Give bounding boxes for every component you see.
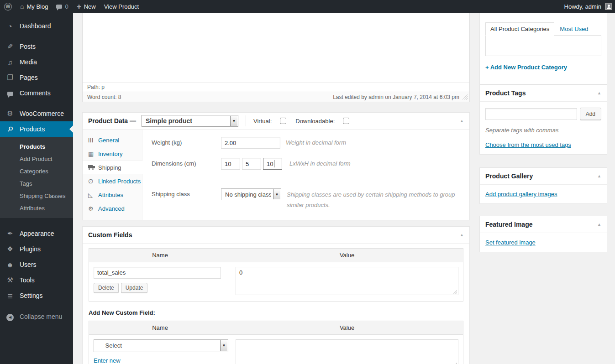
tab-advanced[interactable]: Advanced [83,202,142,215]
category-list-box[interactable] [485,35,601,56]
add-new-product-category-link[interactable]: + Add New Product Category [485,64,567,71]
submenu-item-products[interactable]: Products [0,140,73,153]
set-featured-image-link[interactable]: Set featured image [485,239,536,246]
sidebar-item-media[interactable]: Media [0,54,73,70]
content-editor: Path: p Word count: 8 Last edited by adm… [82,13,470,102]
submenu-item-tags[interactable]: Tags [0,177,73,190]
tab-label: Advanced [98,205,125,212]
custom-field-key-select[interactable]: — Select — ▼ [94,339,228,352]
panel-collapse-icon[interactable]: ▲ [597,174,601,178]
submenu-item-categories[interactable]: Categories [0,165,73,177]
downloadable-label: Downloadable: [295,118,335,125]
shipping-class-label: Shipping class [152,188,221,198]
shipping-icon [88,164,98,171]
tab-attributes[interactable]: Attributes [83,188,142,202]
choose-most-used-tags-link[interactable]: Choose from the most used tags [485,141,571,148]
custom-field-name-input[interactable] [94,267,221,279]
tab-label: Linked Products [98,178,141,185]
sidebar-item-woocommerce[interactable]: WooCommerce [0,106,73,121]
sidebar-item-label: Comments [20,89,51,97]
sidebar-item-label: Posts [20,43,36,50]
tab-most-used[interactable]: Most Used [554,23,594,35]
new-content-menu[interactable]: New [73,0,100,13]
sidebar-item-appearance[interactable]: Appearance [0,226,73,241]
tab-label: Shipping [98,164,121,171]
new-custom-field-value-textarea[interactable] [236,339,458,364]
wordpress-logo-icon: W [4,3,12,10]
sidebar-item-label: Media [20,58,37,66]
weight-input[interactable] [221,137,280,149]
collapse-menu-label: Collapse menu [20,313,62,320]
header-divider [246,115,246,126]
tab-all-product-categories[interactable]: All Product Categories [485,22,554,36]
main-content: Path: p Word count: 8 Last edited by adm… [82,13,470,364]
view-product-link[interactable]: View Product [100,0,143,13]
collapse-menu-button[interactable]: Collapse menu [0,309,73,324]
enter-new-link[interactable]: Enter new [94,357,121,364]
tab-inventory[interactable]: Inventory [83,147,142,161]
panel-collapse-icon[interactable]: ▲ [597,222,601,227]
submenu-item-add-product[interactable]: Add Product [0,153,73,165]
weight-hint: Weight in decimal form [286,137,346,146]
admin-bar: W My Blog 0 New View Product Howdy, admi… [0,0,615,13]
panel-collapse-icon[interactable]: ▲ [460,233,464,237]
product-tags-body: Add Separate tags with commas Choose fro… [480,102,607,154]
editor-path: Path: p [87,84,105,90]
posts-icon [5,42,16,51]
tab-linked-products[interactable]: Linked Products [83,174,142,188]
sidebar-item-pages[interactable]: Pages [0,70,73,85]
custom-field-value-textarea[interactable]: 0 [236,267,458,295]
sidebar-item-label: WooCommerce [20,110,64,117]
tag-input[interactable] [485,108,577,120]
editor-canvas[interactable] [83,13,469,82]
sidebar-item-tools[interactable]: Tools [0,272,73,288]
product-tags-header: Product Tags ▲ [480,85,607,102]
shipping-class-select[interactable]: No shipping class ▼ [221,188,281,200]
sidebar-item-products[interactable]: Products [0,121,73,137]
wordpress-menu[interactable]: W [0,0,16,13]
sidebar-item-label: Dashboard [20,22,51,30]
sidebar-item-posts[interactable]: Posts [0,39,73,54]
tab-general[interactable]: General [83,133,142,147]
virtual-checkbox[interactable] [280,118,286,124]
length-input[interactable] [221,158,240,170]
height-input[interactable] [263,158,282,170]
custom-fields-body: Name Value Delete Update [83,244,469,364]
right-sidebar: All Product Categories Most Used + Add N… [479,13,607,262]
sidebar-item-plugins[interactable]: Plugins [0,241,73,257]
comment-count: 0 [65,3,68,10]
select-arrow-icon: ▼ [230,116,237,126]
editor-resize-grip[interactable] [462,94,468,100]
product-type-select[interactable]: Simple product ▼ [142,115,238,127]
shipping-tab-panel: Weight (kg) Weight in decimal form Dimen… [142,130,469,220]
panel-collapse-icon[interactable]: ▲ [460,119,464,123]
custom-fields-title: Custom Fields [88,231,132,239]
last-edited-text: Last edited by admin on January 7, 2014 … [333,94,459,100]
sidebar-item-settings[interactable]: Settings [0,288,73,303]
sidebar-item-comments[interactable]: Comments [0,85,73,101]
settings-icon [5,292,16,300]
submenu-item-shipping-classes[interactable]: Shipping Classes [0,190,73,202]
tab-label: Attributes [98,192,123,198]
tools-icon [5,276,16,284]
sidebar-item-dashboard[interactable]: Dashboard [0,18,73,34]
sidebar-item-users[interactable]: Users [0,257,73,272]
width-input[interactable] [242,158,261,170]
add-tag-button[interactable]: Add [580,108,601,120]
comments-bubble-icon [56,5,62,9]
add-gallery-images-link[interactable]: Add product gallery images [485,191,557,198]
collapse-icon [6,314,14,321]
shipping-class-hint: Shipping classes are used by certain shi… [287,188,460,211]
update-button[interactable]: Update [121,283,148,293]
submenu-item-attributes[interactable]: Attributes [0,202,73,214]
tab-shipping[interactable]: Shipping [83,161,142,174]
admin-menu: Dashboard Posts Media Pages Comments Woo… [0,13,73,364]
panel-collapse-icon[interactable]: ▲ [597,91,601,95]
delete-button[interactable]: Delete [94,283,119,293]
products-submenu: Products Add Product Categories Tags Shi… [0,137,73,218]
featured-image-header: Featured Image ▲ [480,216,607,233]
site-name-menu[interactable]: My Blog [16,0,52,13]
account-menu[interactable]: Howdy, admin [564,3,615,10]
comments-shortcut[interactable]: 0 [52,0,72,13]
downloadable-checkbox[interactable] [343,118,349,124]
